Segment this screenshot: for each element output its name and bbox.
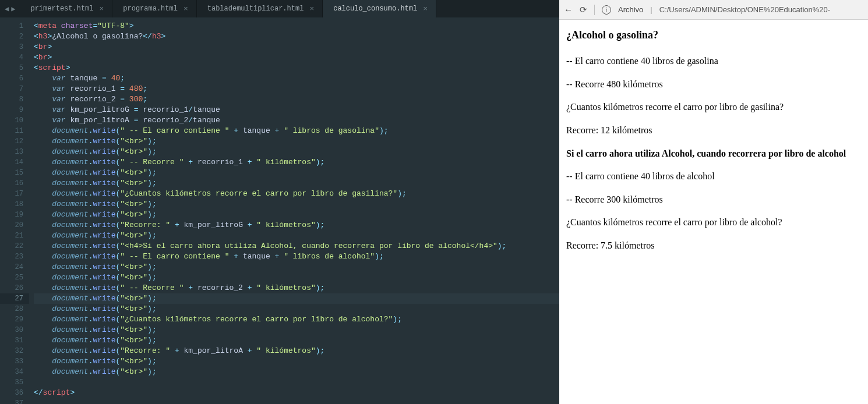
tab-next-icon[interactable]: ▶ <box>10 5 16 13</box>
code-line[interactable]: </script> <box>34 388 559 398</box>
code-line[interactable]: document.write("<br>"); <box>34 304 559 314</box>
output-subtitle: Si el carro ahora utiliza Alcohol, cuand… <box>566 147 861 160</box>
tab-primertest-html[interactable]: primertest.html× <box>20 0 112 17</box>
code-line[interactable]: <script> <box>34 63 559 73</box>
toolbar-divider <box>594 5 595 15</box>
close-icon[interactable]: × <box>184 5 188 13</box>
code-line[interactable]: document.write("<br>"); <box>34 147 559 157</box>
tab-label: calculo_consumo.html <box>333 5 417 13</box>
tab-label: primertest.html <box>30 5 93 13</box>
browser-toolbar: ← ⟳ i Archivo | C:/Users/ADMIN/Desktop/O… <box>559 0 868 20</box>
code-line[interactable]: <br> <box>34 42 559 52</box>
code-line[interactable]: document.write(" -- El carro contiene " … <box>34 126 559 136</box>
code-line[interactable]: document.write("<br>"); <box>34 325 559 335</box>
code-line[interactable] <box>34 377 559 388</box>
tab-bar: ◀ ▶ primertest.html×programa.html×tablad… <box>0 0 559 17</box>
code-line[interactable]: document.write("<br>"); <box>34 367 559 377</box>
tab-prev-icon[interactable]: ◀ <box>3 5 10 13</box>
close-icon[interactable]: × <box>100 5 104 13</box>
code-line[interactable]: var km_por_litroA = recorrio_2/tanque <box>34 115 559 126</box>
code-content[interactable]: <meta charset="UTF-8"><h3>¿Alcohol o gas… <box>29 17 559 404</box>
browser-content: ¿Alcohol o gasolina? -- El carro contien… <box>559 20 868 404</box>
code-line[interactable]: document.write(" -- Recorre " + recorrio… <box>34 283 559 293</box>
url-path[interactable]: C:/Users/ADMIN/Desktop/ONE%20Education%2… <box>659 5 830 14</box>
tab-label: tablademultiplicar.html <box>207 5 304 13</box>
close-icon[interactable]: × <box>309 5 314 13</box>
code-line[interactable] <box>34 398 559 404</box>
editor-pane: ◀ ▶ primertest.html×programa.html×tablad… <box>0 0 559 404</box>
output-line: ¿Cuantos kilómetros recorre el carro por… <box>566 216 861 229</box>
output-line: Recorre: 7.5 kilómetros <box>566 239 861 252</box>
tab-label: programa.html <box>123 5 178 13</box>
code-line[interactable]: document.write("<br>"); <box>34 262 559 272</box>
code-line[interactable]: document.write(" -- El carro contiene " … <box>34 251 559 262</box>
code-line[interactable]: document.write("<br>"); <box>34 231 559 241</box>
code-line[interactable]: document.write("<br>"); <box>34 210 559 220</box>
code-line[interactable]: var tanque = 40; <box>34 73 559 84</box>
output-line: -- El carro contiene 40 libros de alcoho… <box>566 170 861 183</box>
code-line[interactable]: document.write("<br>"); <box>34 272 559 283</box>
code-line[interactable]: document.write("<br>"); <box>34 335 559 346</box>
line-number-gutter: 1234567891011121314151617181920212223242… <box>0 17 29 404</box>
tabs-container: primertest.html×programa.html×tablademul… <box>20 0 436 17</box>
url-label: Archivo <box>618 5 643 14</box>
output-line: -- El carro contiene 40 libros de gasoli… <box>566 55 861 68</box>
url-divider: | <box>650 5 652 14</box>
code-line[interactable]: document.write("<br>"); <box>34 178 559 189</box>
output-line: -- Recorre 300 kilómetros <box>566 193 861 206</box>
code-line[interactable]: document.write("<br>"); <box>34 136 559 147</box>
code-line[interactable]: document.write("¿Cuantos kilómetros reco… <box>34 189 559 199</box>
code-line[interactable]: <br> <box>34 52 559 63</box>
code-line[interactable]: document.write("<br>"); <box>34 199 559 210</box>
code-line[interactable]: document.write("Recorre: " + km_por_litr… <box>34 220 559 231</box>
tab-nav: ◀ ▶ <box>0 5 20 13</box>
browser-reload-icon[interactable]: ⟳ <box>580 5 587 15</box>
code-line[interactable]: var recorrio_1 = 480; <box>34 84 559 94</box>
tab-programa-html[interactable]: programa.html× <box>112 0 196 17</box>
code-line[interactable]: var recorrio_2 = 300; <box>34 94 559 105</box>
browser-info-icon[interactable]: i <box>602 5 611 15</box>
code-line[interactable]: document.write("<br>"); <box>34 356 559 367</box>
output-line: -- Recorre 480 kilómetros <box>566 78 861 91</box>
browser-back-icon[interactable]: ← <box>564 5 573 15</box>
code-line[interactable]: var km_por_litroG = recorrio_1/tanque <box>34 105 559 115</box>
tab-tablademultiplicar-html[interactable]: tablademultiplicar.html× <box>197 0 323 17</box>
code-area[interactable]: 1234567891011121314151617181920212223242… <box>0 17 559 404</box>
page-title: ¿Alcohol o gasolina? <box>566 28 861 42</box>
browser-pane: ← ⟳ i Archivo | C:/Users/ADMIN/Desktop/O… <box>559 0 868 404</box>
code-line[interactable]: document.write("<h4>Si el carro ahora ut… <box>34 241 559 251</box>
tab-calculo_consumo-html[interactable]: calculo_consumo.html× <box>323 0 436 17</box>
code-line[interactable]: <meta charset="UTF-8"> <box>34 21 559 31</box>
code-line[interactable]: document.write("¿Cuantos kilómetros reco… <box>34 314 559 325</box>
code-line[interactable]: document.write("<br>"); <box>34 168 559 178</box>
output-line: ¿Cuantos kilómetros recorre el carro por… <box>566 101 861 114</box>
code-line[interactable]: <h3>¿Alcohol o gasolina?</h3> <box>34 31 559 42</box>
close-icon[interactable]: × <box>423 5 428 13</box>
code-line[interactable]: document.write("<br>"); <box>34 293 559 304</box>
output-line: Recorre: 12 kilómetros <box>566 124 861 137</box>
code-line[interactable]: document.write(" -- Recorre " + recorrio… <box>34 157 559 168</box>
code-line[interactable]: document.write("Recorre: " + km_por_litr… <box>34 346 559 356</box>
